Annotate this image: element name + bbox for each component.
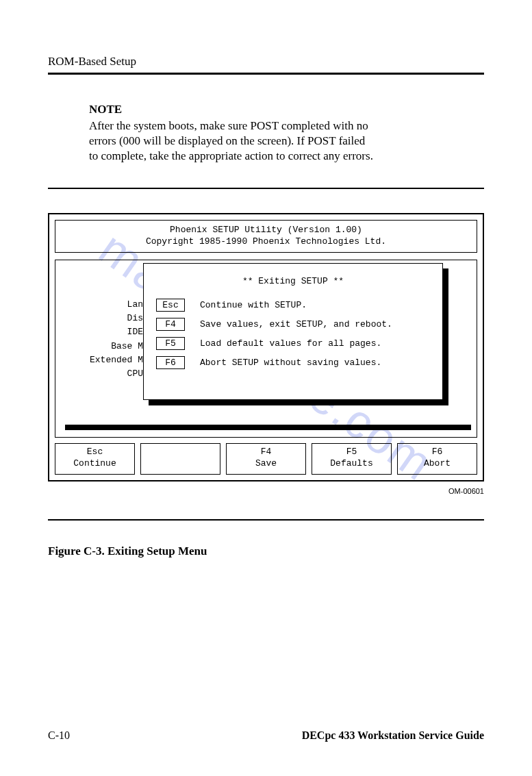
popup-row-desc: Save values, exit SETUP, and reboot. <box>200 319 392 329</box>
bios-title-box: Phoenix SETUP Utility (Version 1.00) Cop… <box>55 220 477 253</box>
page-footer: C-10 DECpc 433 Workstation Service Guide <box>48 729 484 742</box>
separator-rule-top <box>48 188 484 189</box>
note-label: NOTE <box>89 102 377 117</box>
bios-title-line2: Copyright 1985-1990 Phoenix Technologies… <box>55 236 477 248</box>
fkey-label: Defaults <box>312 458 391 470</box>
bg-label: Extended M <box>90 353 143 367</box>
bg-label: Base M <box>90 340 143 353</box>
popup-title: ** Exiting SETUP ** <box>153 276 433 286</box>
fkey-label: Continue <box>55 458 134 470</box>
popup-row-f4[interactable]: F4 Save values, exit SETUP, and reboot. <box>153 318 433 331</box>
popup-row-f6[interactable]: F6 Abort SETUP without saving values. <box>153 356 433 369</box>
fkey-f6[interactable]: F6 Abort <box>397 443 477 475</box>
key-f4: F4 <box>156 318 185 331</box>
bios-title-line1: Phoenix SETUP Utility (Version 1.00) <box>55 225 477 236</box>
fkey-f5[interactable]: F5 Defaults <box>312 443 392 475</box>
popup-row-esc[interactable]: Esc Continue with SETUP. <box>153 299 433 312</box>
page-number: C-10 <box>48 729 70 742</box>
book-title: DECpc 433 Workstation Service Guide <box>302 729 484 742</box>
fkey-key: F6 <box>398 447 477 458</box>
running-head: ROM-Based Setup <box>48 55 484 68</box>
bg-label: Dis <box>90 312 143 325</box>
header-rule <box>48 73 484 75</box>
note-body: After the system boots, make sure POST c… <box>89 118 377 164</box>
popup-row-desc: Continue with SETUP. <box>200 300 307 310</box>
fkey-bar: Esc Continue F4 Save F5 Defaults F6 Abor… <box>55 443 477 475</box>
key-f5: F5 <box>156 337 185 350</box>
body-inner-shadow <box>65 425 471 430</box>
fkey-blank <box>140 443 220 475</box>
key-f6: F6 <box>156 356 185 369</box>
key-esc: Esc <box>156 299 185 312</box>
bios-window: Phoenix SETUP Utility (Version 1.00) Cop… <box>48 213 484 481</box>
bios-body-area: Lan Dis IDE Base M Extended M CPU ** Exi… <box>55 260 477 438</box>
separator-rule-bottom <box>48 519 484 521</box>
popup-row-desc: Abort SETUP without saving values. <box>200 358 381 368</box>
popup-row-desc: Load default values for all pages. <box>200 338 381 349</box>
figure-id: OM-00601 <box>48 487 484 495</box>
page: ROM-Based Setup NOTE After the system bo… <box>0 0 532 776</box>
fkey-key: F5 <box>312 447 391 458</box>
bg-label: IDE <box>90 325 143 339</box>
fkey-label: Save <box>227 458 305 470</box>
note-block: NOTE After the system boots, make sure P… <box>89 102 377 164</box>
bg-label: Lan <box>90 298 143 312</box>
popup-row-f5[interactable]: F5 Load default values for all pages. <box>153 337 433 350</box>
fkey-key: Esc <box>55 447 134 458</box>
bg-label: CPU <box>90 367 143 381</box>
exit-setup-popup: ** Exiting SETUP ** Esc Continue with SE… <box>143 263 443 400</box>
bios-background-labels: Lan Dis IDE Base M Extended M CPU <box>90 298 143 381</box>
figure-caption: Figure C-3. Exiting Setup Menu <box>48 545 484 558</box>
fkey-esc[interactable]: Esc Continue <box>55 443 135 475</box>
fkey-f4[interactable]: F4 Save <box>226 443 306 475</box>
fkey-key: F4 <box>227 447 305 458</box>
fkey-label: Abort <box>398 458 477 470</box>
